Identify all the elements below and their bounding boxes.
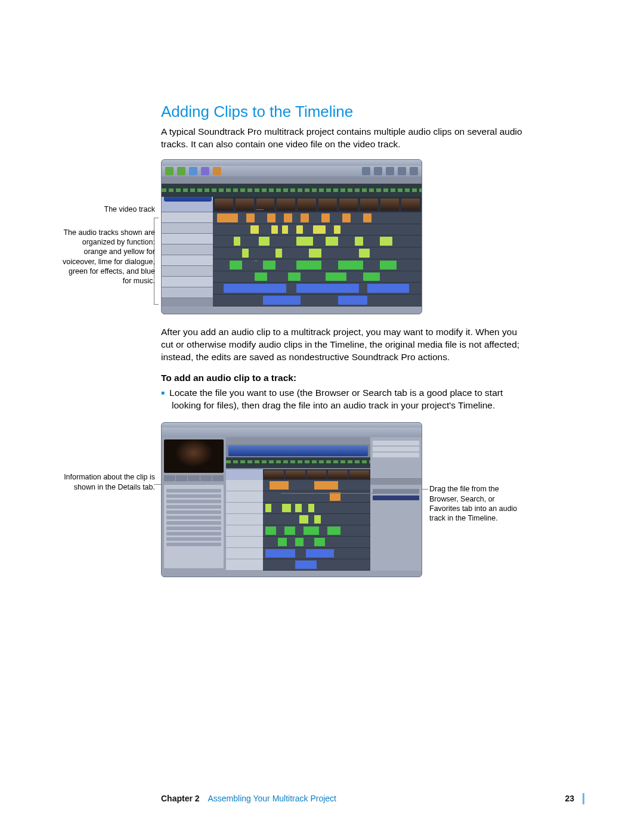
audio-clip	[275, 249, 282, 258]
toolbar-button-icon	[410, 167, 418, 175]
audio-clip	[313, 225, 326, 234]
audio-clip	[263, 261, 275, 270]
window-titlebar	[162, 160, 422, 166]
timecode-counter	[228, 445, 368, 456]
audio-clip	[342, 213, 351, 222]
footer-page-number: 23	[565, 794, 580, 803]
audio-clip	[304, 527, 318, 535]
callout-audio-tracks: The audio tracks shown are organized by …	[60, 228, 161, 286]
audio-clip	[295, 561, 317, 569]
screenshot-figure-1	[161, 159, 422, 314]
audio-clip	[380, 261, 397, 270]
track-lane	[213, 283, 422, 295]
track-lane	[263, 559, 370, 571]
toolbar-button-icon	[398, 167, 406, 175]
left-panel	[162, 437, 226, 571]
audio-clip	[259, 237, 270, 246]
audio-clip	[282, 504, 290, 512]
audio-clip	[334, 225, 340, 234]
window-titlebar	[162, 423, 422, 428]
audio-clip	[314, 481, 338, 490]
track-lane	[263, 503, 370, 514]
intro-paragraph: A typical Soundtrack Pro multitrack proj…	[161, 126, 525, 151]
toolbar-button-icon	[165, 167, 174, 175]
transport-bar	[162, 306, 422, 314]
toolbar-button-icon	[177, 167, 185, 175]
file-list	[370, 485, 422, 571]
page-footer: Chapter 2 Assembling Your Multitrack Pro…	[161, 793, 584, 804]
audio-clip	[308, 504, 315, 512]
audio-clip	[288, 272, 301, 281]
audio-clip	[270, 481, 289, 490]
track-header	[162, 234, 213, 244]
track-lane	[263, 491, 370, 503]
control-strip	[162, 176, 422, 184]
footer-chapter-label: Chapter 2	[161, 794, 200, 803]
audio-clip	[363, 213, 371, 222]
audio-clip	[330, 493, 340, 501]
track-lane	[263, 548, 370, 559]
track-lane	[213, 212, 422, 224]
audio-clip	[224, 284, 286, 293]
video-thumbnail-row	[213, 197, 422, 212]
selected-file-item	[373, 496, 419, 500]
toolbar-button-icon	[386, 167, 394, 175]
audio-clip	[338, 261, 363, 270]
audio-clip	[301, 213, 309, 222]
track-header	[162, 244, 213, 255]
callout-line	[154, 484, 161, 485]
audio-clip	[265, 549, 295, 558]
audio-clip	[255, 272, 267, 281]
audio-clip	[267, 213, 275, 222]
callout-line	[422, 489, 428, 490]
audio-clip	[326, 237, 338, 246]
audio-clip	[265, 504, 272, 512]
audio-clip	[296, 284, 359, 293]
audio-clip	[296, 225, 303, 234]
track-header	[162, 223, 213, 234]
audio-clip	[367, 284, 409, 293]
audio-clip	[359, 249, 370, 258]
details-tab-panel	[164, 485, 224, 568]
audio-clip	[271, 225, 278, 234]
audio-clip	[234, 237, 240, 246]
transport-bar	[162, 571, 422, 577]
track-headers-column	[226, 480, 263, 571]
procedure-steps: Locate the file you want to use (the Bro…	[161, 387, 525, 412]
audio-clip	[250, 225, 259, 234]
track-header	[162, 255, 213, 266]
track-header	[162, 287, 213, 298]
audio-clip	[363, 272, 380, 281]
audio-clip	[380, 237, 392, 246]
procedure-step-text: Locate the file you want to use (the Bro…	[172, 387, 525, 412]
track-lane	[213, 224, 422, 236]
audio-clip	[284, 213, 292, 222]
mid-paragraph: After you add an audio clip to a multitr…	[161, 326, 525, 364]
audio-clip	[296, 237, 313, 246]
figure-2-wrap: Information about the clip is shown in t…	[161, 422, 422, 577]
window-toolbar	[162, 166, 422, 176]
audio-clip	[242, 249, 249, 258]
track-headers-column	[162, 197, 213, 306]
audio-clip	[338, 296, 367, 305]
center-timeline	[226, 437, 370, 571]
audio-clip	[299, 515, 308, 524]
video-thumb-icon	[215, 199, 233, 210]
track-lane	[263, 537, 370, 548]
video-track-row	[226, 469, 370, 480]
screenshot-figure-2	[161, 422, 422, 577]
track-lane	[213, 271, 422, 283]
footer-chapter-title: Assembling Your Multitrack Project	[208, 794, 336, 803]
section-heading: Adding Clips to the Timeline	[161, 101, 525, 122]
callout-video-track: The video track	[60, 205, 161, 214]
track-lane	[213, 295, 422, 306]
toolbar-button-icon	[374, 167, 382, 175]
video-preview-icon	[164, 439, 224, 473]
audio-clip	[263, 296, 301, 305]
audio-clip	[278, 538, 286, 546]
audio-clip	[230, 213, 238, 222]
audio-clip	[295, 538, 304, 546]
audio-clip	[321, 213, 330, 222]
track-header	[162, 277, 213, 287]
right-tabs	[370, 479, 422, 485]
